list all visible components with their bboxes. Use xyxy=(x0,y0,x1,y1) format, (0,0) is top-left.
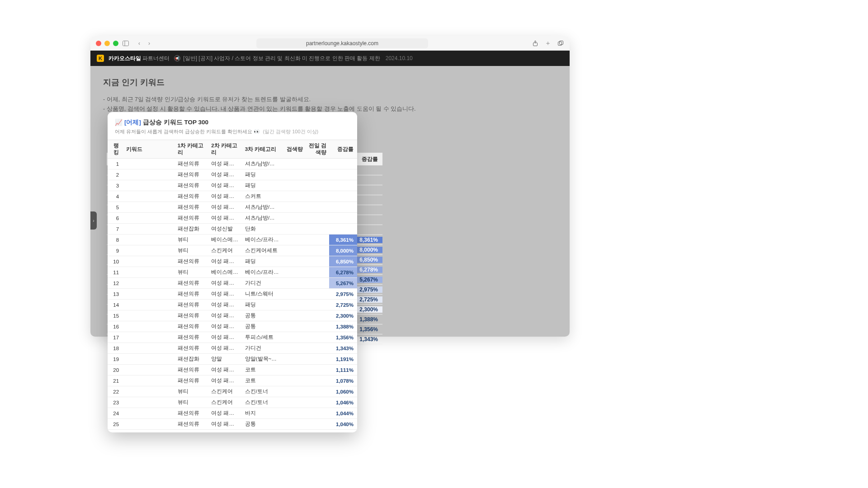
table-row[interactable]: 4패션의류여성 패션의류스커트 xyxy=(108,191,357,202)
popup-subtitle: 어제 유저들이 새롭게 검색하여 급상승한 키워드를 확인하세요 👀 (일간 검… xyxy=(115,128,350,135)
minimize-window-button[interactable] xyxy=(104,41,110,46)
table-row[interactable]: 10패션의류여성 패션의류패딩6,850% xyxy=(108,256,357,267)
th-keyword[interactable]: 키워드 xyxy=(123,140,175,159)
tabs-icon[interactable] xyxy=(557,40,564,47)
cell-prev xyxy=(306,386,329,397)
brand-sub: 파트너센터 xyxy=(142,55,170,61)
cell-keyword xyxy=(123,310,175,321)
table-row[interactable]: 11뷰티베이스메이크업베이스/프라…6,278% xyxy=(108,267,357,278)
cell-keyword xyxy=(123,397,175,408)
cell-cat3: 스킨/토너 xyxy=(242,397,283,408)
cell-cat1: 패션의류 xyxy=(175,159,208,169)
th-prev[interactable]: 전일 검색량 xyxy=(306,140,329,159)
cell-cat2: 여성신발 xyxy=(208,224,242,235)
notice-date: 2024.10.10 xyxy=(386,55,413,61)
cell-cat3: 바지 xyxy=(242,408,283,419)
table-row[interactable]: 1패션의류여성 패션의류셔츠/남방/… xyxy=(108,159,357,169)
cell-search xyxy=(283,245,306,256)
popup-title-text: 급상승 키워드 TOP 300 xyxy=(143,118,208,127)
table-row[interactable]: 6패션의류여성 패션의류셔츠/남방/… xyxy=(108,213,357,224)
th-cat1[interactable]: 1차 카테고리 xyxy=(175,140,208,159)
cell-cat2: 여성 패션의류 xyxy=(208,202,242,213)
close-window-button[interactable] xyxy=(96,41,101,46)
th-cat3[interactable]: 3차 카테고리 xyxy=(242,140,283,159)
table-row[interactable]: 19패션잡화양말양말(발목~종…1,191% xyxy=(108,354,357,365)
cell-cat1: 뷰티 xyxy=(175,245,208,256)
cell-change xyxy=(329,159,357,169)
table-row[interactable]: 15패션의류여성 패션의류공통2,300% xyxy=(108,310,357,321)
table-row[interactable]: 3패션의류여성 패션의류패딩 xyxy=(108,180,357,191)
table-row[interactable]: 16패션의류여성 패션의류공통1,388% xyxy=(108,321,357,332)
table-row[interactable]: 22뷰티스킨케어스킨/토너1,060% xyxy=(108,386,357,397)
sidebar-toggle-icon[interactable] xyxy=(122,40,129,47)
cell-prev xyxy=(306,321,329,332)
cell-rank: 14 xyxy=(108,300,123,310)
cell-cat1: 패션의류 xyxy=(175,169,208,180)
table-row[interactable]: 24패션의류여성 패션의류바지1,044% xyxy=(108,408,357,419)
th-rank[interactable]: 랭킹 xyxy=(108,140,123,159)
notice-banner[interactable]: 📢 [일반] [공지] 사업자 / 스토어 정보 관리 및 최신화 미 진행으로… xyxy=(174,55,412,62)
megaphone-icon: 📢 xyxy=(174,55,180,61)
cell-change: 1,388% xyxy=(329,321,357,332)
table-row[interactable]: 18패션의류여성 패션의류가디건1,343% xyxy=(108,343,357,354)
address-bar[interactable]: partnerlounge.kakaostyle.com xyxy=(256,38,428,48)
cell-prev xyxy=(306,180,329,191)
cell-search xyxy=(283,180,306,191)
table-row[interactable]: 9뷰티스킨케어스킨케어세트8,000% xyxy=(108,245,357,256)
table-row[interactable]: 5패션의류여성 패션의류셔츠/남방/… xyxy=(108,202,357,213)
cell-cat3: 코트 xyxy=(242,375,283,386)
window-titlebar: ‹ › partnerlounge.kakaostyle.com ＋ xyxy=(90,36,570,51)
table-row[interactable]: 8뷰티베이스메이크업베이스/프라…8,361% xyxy=(108,235,357,245)
table-row[interactable]: 20패션의류여성 패션의류코트1,111% xyxy=(108,365,357,375)
cell-cat3: 베이스/프라… xyxy=(242,267,283,278)
cell-prev xyxy=(306,267,329,278)
cell-search xyxy=(283,267,306,278)
cell-cat2: 여성 패션의류 xyxy=(208,310,242,321)
cell-keyword xyxy=(123,300,175,310)
sidebar-expand-handle[interactable]: › xyxy=(90,211,97,230)
cell-prev xyxy=(306,332,329,343)
cell-rank: 4 xyxy=(108,191,123,202)
cell-cat3: 셔츠/남방/… xyxy=(242,202,283,213)
table-row[interactable]: 2패션의류여성 패션의류패딩 xyxy=(108,169,357,180)
cell-rank: 6 xyxy=(108,213,123,224)
app-header: K 카카오스타일 파트너센터 📢 [일반] [공지] 사업자 / 스토어 정보 … xyxy=(90,51,570,66)
cell-search xyxy=(283,289,306,300)
cell-rank: 1 xyxy=(108,159,123,169)
table-row[interactable]: 14패션의류여성 패션의류패딩2,725% xyxy=(108,300,357,310)
cell-cat2: 스킨케어 xyxy=(208,397,242,408)
cell-prev xyxy=(306,202,329,213)
table-row[interactable]: 7패션잡화여성신발단화 xyxy=(108,224,357,235)
share-icon[interactable] xyxy=(532,40,539,47)
cell-cat1: 패션의류 xyxy=(175,310,208,321)
table-row[interactable]: 23뷰티스킨케어스킨/토너1,046% xyxy=(108,397,357,408)
window-controls xyxy=(96,41,118,46)
cell-cat2: 여성 패션의류 xyxy=(208,375,242,386)
cell-keyword xyxy=(123,321,175,332)
table-row[interactable]: 21패션의류여성 패션의류코트1,078% xyxy=(108,375,357,386)
cell-change xyxy=(329,224,357,235)
table-row[interactable]: 25패션의류여성 패션의류공통1,040% xyxy=(108,419,357,430)
cell-rank: 13 xyxy=(108,289,123,300)
cell-cat2: 여성 패션의류 xyxy=(208,289,242,300)
back-button[interactable]: ‹ xyxy=(136,40,143,47)
cell-rank: 20 xyxy=(108,365,123,375)
cell-cat3: 스킨케어세트 xyxy=(242,245,283,256)
cell-cat1: 패션의류 xyxy=(175,202,208,213)
cell-cat2: 여성 패션의류 xyxy=(208,159,242,169)
cell-keyword xyxy=(123,386,175,397)
cell-cat3: 패딩 xyxy=(242,180,283,191)
popup-title: 📈 [어제] 급상승 키워드 TOP 300 xyxy=(115,118,350,127)
th-search[interactable]: 검색량 xyxy=(283,140,306,159)
cell-search xyxy=(283,343,306,354)
table-row[interactable]: 12패션의류여성 패션의류가디건5,267% xyxy=(108,278,357,289)
th-cat2[interactable]: 2차 카테고리 xyxy=(208,140,242,159)
cell-cat2: 여성 패션의류 xyxy=(208,256,242,267)
table-row[interactable]: 13패션의류여성 패션의류니트/스웨터2,975% xyxy=(108,289,357,300)
maximize-window-button[interactable] xyxy=(113,41,118,46)
new-tab-icon[interactable]: ＋ xyxy=(544,40,552,47)
cell-search xyxy=(283,397,306,408)
th-change[interactable]: 증감률 xyxy=(329,140,357,159)
table-row[interactable]: 17패션의류여성 패션의류투피스/세트1,356% xyxy=(108,332,357,343)
forward-button[interactable]: › xyxy=(146,40,153,47)
